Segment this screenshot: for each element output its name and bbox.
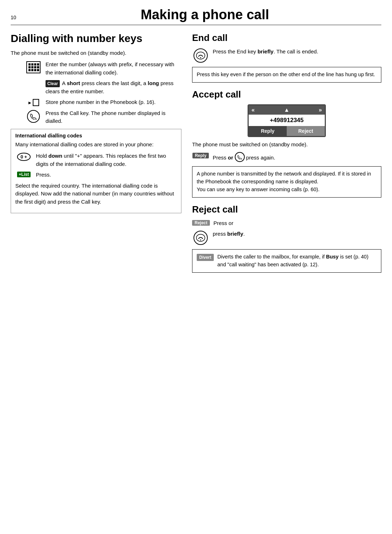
nav-up-arrow: ▲ [284,107,290,113]
call-key-icon-small [235,152,245,162]
reject-display-btn[interactable]: Reject [287,126,325,136]
intl-codes-title: International dialling codes [15,133,177,138]
reply-display-btn[interactable]: Reply [249,126,287,136]
call-key-icon-cell [25,109,42,123]
end-key-phone-icon [196,52,206,59]
keypad-icon [26,61,41,73]
book-icon [33,99,39,106]
call-key-text: Press the Call key. The phone number dis… [46,109,181,125]
keypad-dot [31,66,33,68]
reject-btn-row: Reject Press or [192,219,381,227]
reject-press-or-text: Press or [213,219,381,227]
store-row: ► Store phone number in the Phonebook (p… [25,98,181,106]
svg-point-3 [200,240,201,241]
phone-display: « ▲ » +498912345 Reply Reject [248,104,326,137]
reply-btn-cell: Reply [192,152,209,158]
divert-text: Diverts the caller to the mailbox, for e… [217,253,377,269]
reply-inline-button: Reply [192,153,209,158]
divert-info-box: Divert Diverts the caller to the mailbox… [192,249,381,273]
clear-icon-spacer [25,79,42,80]
keypad-dot [34,66,36,68]
page-header: 10 Making a phone call [11,7,381,25]
zero-plus-row: 0 + Hold down until "+" appears. This re… [15,152,177,168]
zero-plus-icon: 0 + [17,153,31,161]
accept-call-info-text: A phone number is transmitted by the net… [197,171,371,192]
end-call-row: Press the End key briefly. The call is e… [192,48,381,63]
store-icon-cell: ► [25,98,42,106]
page-title: Making a phone call [28,7,381,22]
end-call-title: End call [192,32,381,43]
intl-codes-box: International dialling codes Many intern… [11,129,181,214]
plus-list-button: +List [17,172,31,177]
nav-right-arrow: » [319,107,322,113]
dialling-section-title: Dialling with number keys [11,32,181,45]
keypad-dot [34,63,36,66]
reject-end-key-row: press briefly. [192,230,381,245]
page-number: 10 [11,15,21,20]
right-column: End call Press the End key briefly. The … [192,32,381,277]
end-call-note: Press this key even if the person on the… [192,67,381,83]
main-content: Dialling with number keys The phone must… [11,32,381,277]
phone-display-buttons: Reply Reject [249,126,325,136]
reply-instruction-text: Press or press again. [213,152,381,162]
press-text: Press. [36,171,177,179]
clear-text: Clear A short press clears the last digi… [46,79,181,95]
nav-left-arrow: « [251,107,255,113]
left-column: Dialling with number keys The phone must… [11,32,181,217]
reject-end-key-icon [194,231,208,245]
phone-handset-icon [30,113,37,120]
caller-number: +498912345 [249,115,325,126]
keypad-dot [28,69,31,71]
call-key-row: Press the Call key. The phone number dis… [25,109,181,125]
reject-call-title: Reject call [192,204,381,215]
keypad-dot [34,69,36,71]
intro-text: The phone must be switched on (standby m… [11,49,181,57]
clear-row: Clear A short press clears the last digi… [25,79,181,95]
keypad-dot [28,66,31,68]
keypad-dot [31,63,33,66]
divert-button: Divert [197,254,214,261]
reject-inline-button: Reject [192,220,210,226]
keypad-row: Enter the number (always with prefix, if… [25,61,181,77]
reject-end-key-icon-cell [192,230,209,245]
end-call-text: Press the End key briefly. The call is e… [213,48,381,56]
keypad-text: Enter the number (always with prefix, if… [46,61,181,77]
phone-display-nav: « ▲ » [249,105,325,115]
intl-codes-intro: Many international dialling codes are st… [15,141,177,149]
keypad-dot [28,63,31,66]
select-text: Select the required country. The interna… [15,182,177,206]
keypad-dot [37,69,39,71]
hold-text: Hold down until "+" appears. This replac… [36,152,177,168]
end-key-icon [194,48,208,63]
keypad-dot [37,66,39,68]
keypad-dot [31,69,33,71]
accept-call-info: A phone number is transmitted by the net… [192,166,381,197]
keypad-icon-cell [25,61,42,73]
end-key-icon-cell [192,48,209,63]
reply-instruction-row: Reply Press or press again. [192,152,381,162]
reject-end-phone-icon [196,234,206,242]
plus-list-row: +List Press. [15,171,177,179]
store-text: Store phone number in the Phonebook (p. … [46,98,181,106]
clear-button: Clear [46,80,60,87]
store-icon: ► [28,99,39,106]
call-key-icon [27,110,40,123]
accept-call-title: Accept call [192,89,381,100]
zero-plus-icon-cell: 0 + [15,152,32,161]
plus-list-icon-cell: +List [15,171,32,177]
reject-briefly-text: press briefly. [213,230,381,238]
accept-standby-text: The phone must be switched on (standby m… [192,141,381,149]
reject-btn-cell: Reject [192,219,210,226]
phone-icon-small [237,155,243,159]
keypad-dot [37,63,39,66]
svg-point-1 [200,57,201,58]
